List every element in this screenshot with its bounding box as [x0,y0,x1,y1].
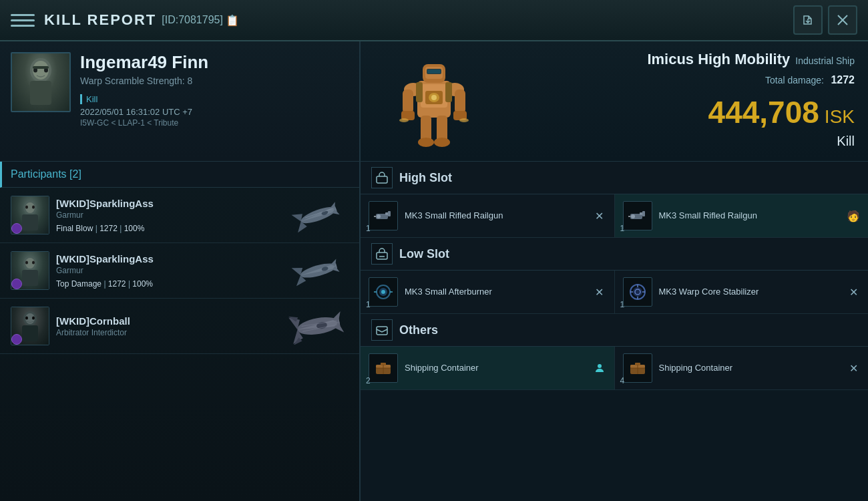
item-quantity: 1 [620,224,625,233]
svg-rect-54 [427,69,441,73]
participant-info: [WKID]Cornball Arbitrator Interdictor [56,315,288,337]
destroy-icon: ✕ [593,285,606,299]
item-name: Shipping Container [659,363,843,374]
item-name: MK3 Small Rifled Railgun [659,210,843,222]
kill-location: I5W-GC < LLAP-1 < Tribute [80,118,349,128]
slot-category-low: Low Slot [361,238,868,271]
participant-avatar [11,251,49,290]
svg-rect-72 [377,176,387,183]
high-slot-label: High Slot [399,171,452,185]
ship-name: Imicus High Mobility [647,51,790,68]
copy-icon[interactable]: 📋 [226,14,239,27]
svg-rect-75 [388,211,391,216]
participant-info: [WKID]SparklingAss Garmur Final Blow | 1… [56,198,288,233]
svg-point-25 [32,261,35,265]
others-slot-items: 2 Shipping Container [361,347,868,390]
header: KILL REPORT [ID:7081795] 📋 [0,0,868,41]
damage-value: 1272 [831,74,855,86]
slot-category-others: Others [361,314,868,347]
slots-section: High Slot 1 MK3 Small Rifled Railg [361,162,868,501]
destroy-icon: ✕ [847,285,860,299]
slot-item[interactable]: 4 Shipping Container ✕ [615,347,869,389]
slot-item[interactable]: 1 MK3 Small Rifled Railgun 🧑 [615,194,869,237]
victim-name: Ingemar49 Finn [80,52,349,73]
svg-rect-66 [445,82,452,102]
item-name: MK3 Small Afterburner [405,287,589,298]
participant-ship-image [288,253,349,289]
participant-item[interactable]: [WKID]SparklingAss Garmur Final Blow | 1… [0,188,359,243]
svg-point-11 [25,206,28,209]
high-slot-items: 1 MK3 Small Rifled Railgun ✕ [361,194,868,238]
participant-ship: Garmur [56,266,288,275]
participant-info: [WKID]SparklingAss Garmur Top Damage | 1… [56,253,288,289]
participant-item[interactable]: [WKID]Cornball Arbitrator Interdictor [0,299,359,354]
svg-point-70 [399,118,409,122]
low-slot-label: Low Slot [399,247,449,261]
item-icon [623,353,652,383]
participant-name: [WKID]SparklingAss [56,198,288,209]
svg-rect-80 [642,211,645,216]
destroy-icon: ✕ [847,361,860,375]
kill-banner: Ingemar49 Finn Warp Scramble Strength: 8… [0,41,359,162]
participant-stats: Top Damage | 1272 | 100% [56,279,288,289]
slot-item[interactable]: 2 Shipping Container [361,347,615,389]
svg-point-76 [377,214,381,218]
slot-item[interactable]: 1 MK3 Small Rifled Railgun ✕ [361,194,615,237]
svg-point-103 [598,364,602,368]
corp-icon [11,334,22,345]
participant-ship-image [288,197,349,234]
others-label: Others [399,323,438,337]
right-panel: Imicus High Mobility Industrial Ship Tot… [361,41,868,501]
svg-point-81 [631,214,635,218]
participant-item[interactable]: [WKID]SparklingAss Garmur Top Damage | 1… [0,243,359,299]
kill-tag: Kill [80,94,97,104]
svg-rect-58 [455,90,465,114]
svg-point-71 [459,118,469,122]
svg-rect-7 [33,66,49,69]
svg-point-63 [418,138,434,147]
slot-item[interactable]: 1 MK3 Small Afterburner ✕ [361,271,615,313]
isk-unit: ISK [825,106,855,128]
menu-button[interactable] [11,8,35,32]
damage-label: Total damage: [765,75,824,86]
kill-type: Kill [507,134,855,149]
item-name: MK3 Warp Core Stabilizer [659,287,843,298]
item-icon [369,201,398,230]
others-slot-icon [371,319,393,341]
svg-rect-23 [22,270,38,286]
close-button[interactable] [828,5,857,35]
svg-rect-57 [403,90,413,114]
item-name: MK3 Small Rifled Railgun [405,210,589,222]
svg-rect-65 [416,82,423,102]
participant-ship: Arbitrator Interdictor [56,328,288,337]
ship-type: Industrial Ship [795,55,855,66]
svg-point-24 [25,261,28,265]
participant-list: [WKID]SparklingAss Garmur Final Blow | 1… [0,188,359,501]
slot-item[interactable]: 1 MK3 Warp Core Stabilizer [615,271,869,313]
participant-avatar [11,307,49,345]
slot-category-high: High Slot [361,162,868,194]
corp-icon [11,223,22,234]
high-slot-icon [371,167,393,188]
item-icon [623,201,652,230]
kill-date: 2022/05/01 16:31:02 UTC +7 [80,107,349,117]
item-quantity: 4 [620,376,625,385]
item-quantity: 2 [366,376,371,385]
victim-avatar [11,52,71,112]
participant-ship-image [288,308,349,345]
export-button[interactable] [793,5,823,35]
participant-avatar [11,196,49,234]
ship-info: Imicus High Mobility Industrial Ship Tot… [494,51,855,149]
participants-header: Participants [2] [0,162,359,188]
svg-rect-35 [22,325,38,341]
left-panel: Ingemar49 Finn Warp Scramble Strength: 8… [0,41,361,501]
item-icon [369,353,398,383]
svg-point-37 [32,317,35,320]
item-name: Shipping Container [405,363,589,374]
participant-stats: Final Blow | 1272 | 100% [56,224,288,233]
svg-rect-4 [30,81,51,105]
svg-point-69 [431,95,437,100]
destroy-icon: ✕ [593,209,606,222]
svg-point-91 [633,287,642,297]
participant-name: [WKID]SparklingAss [56,253,288,265]
